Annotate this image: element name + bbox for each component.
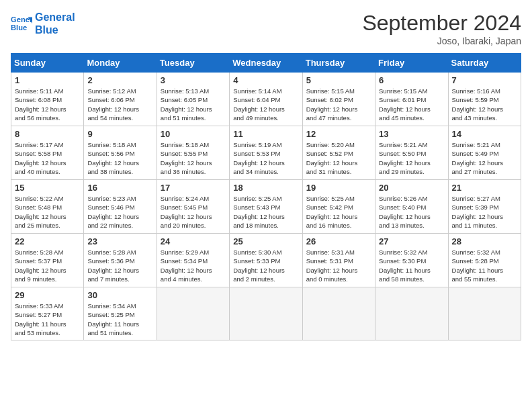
table-row: [302, 287, 375, 340]
col-header-saturday: Saturday: [448, 54, 521, 73]
day-info: Sunrise: 5:26 AMSunset: 5:40 PMDaylight:…: [379, 194, 444, 230]
day-number: 21: [452, 183, 517, 193]
day-info: Sunrise: 5:22 AMSunset: 5:48 PMDaylight:…: [15, 194, 80, 230]
day-info: Sunrise: 5:12 AMSunset: 6:06 PMDaylight:…: [87, 87, 152, 122]
calendar-week-3: 15Sunrise: 5:22 AMSunset: 5:48 PMDayligh…: [11, 180, 521, 234]
day-number: 18: [233, 183, 298, 193]
day-info: Sunrise: 5:30 AMSunset: 5:33 PMDaylight:…: [233, 248, 298, 283]
day-info: Sunrise: 5:21 AMSunset: 5:49 PMDaylight:…: [452, 140, 517, 176]
day-number: 14: [452, 129, 517, 139]
page-header: General Blue General Blue September 2024…: [11, 11, 521, 46]
day-info: Sunrise: 5:18 AMSunset: 5:56 PMDaylight:…: [87, 140, 152, 176]
table-row: 3Sunrise: 5:13 AMSunset: 6:05 PMDaylight…: [157, 73, 229, 126]
table-row: 23Sunrise: 5:28 AMSunset: 5:36 PMDayligh…: [84, 234, 157, 287]
day-info: Sunrise: 5:14 AMSunset: 6:04 PMDaylight:…: [233, 87, 298, 122]
col-header-tuesday: Tuesday: [157, 54, 229, 73]
calendar-week-2: 8Sunrise: 5:17 AMSunset: 5:58 PMDaylight…: [11, 126, 521, 180]
day-number: 1: [15, 75, 80, 85]
table-row: 20Sunrise: 5:26 AMSunset: 5:40 PMDayligh…: [375, 180, 448, 234]
day-number: 15: [15, 183, 80, 193]
day-info: Sunrise: 5:33 AMSunset: 5:27 PMDaylight:…: [15, 302, 80, 337]
logo-icon: General Blue: [11, 13, 32, 34]
calendar-table: SundayMondayTuesdayWednesdayThursdayFrid…: [11, 53, 521, 340]
table-row: [230, 287, 302, 340]
table-row: 27Sunrise: 5:32 AMSunset: 5:30 PMDayligh…: [375, 234, 448, 287]
day-info: Sunrise: 5:17 AMSunset: 5:58 PMDaylight:…: [15, 140, 80, 176]
day-info: Sunrise: 5:25 AMSunset: 5:42 PMDaylight:…: [306, 194, 371, 230]
table-row: 8Sunrise: 5:17 AMSunset: 5:58 PMDaylight…: [11, 126, 84, 180]
day-number: 26: [306, 236, 371, 246]
day-number: 17: [161, 183, 226, 193]
table-row: 29Sunrise: 5:33 AMSunset: 5:27 PMDayligh…: [11, 287, 84, 340]
day-number: 25: [233, 236, 298, 246]
day-info: Sunrise: 5:20 AMSunset: 5:52 PMDaylight:…: [306, 140, 371, 176]
table-row: 22Sunrise: 5:28 AMSunset: 5:37 PMDayligh…: [11, 234, 84, 287]
calendar-week-1: 1Sunrise: 5:11 AMSunset: 6:08 PMDaylight…: [11, 73, 521, 126]
table-row: 12Sunrise: 5:20 AMSunset: 5:52 PMDayligh…: [302, 126, 375, 180]
day-number: 30: [87, 290, 152, 300]
table-row: 5Sunrise: 5:15 AMSunset: 6:02 PMDaylight…: [302, 73, 375, 126]
table-row: 30Sunrise: 5:34 AMSunset: 5:25 PMDayligh…: [84, 287, 157, 340]
table-row: 14Sunrise: 5:21 AMSunset: 5:49 PMDayligh…: [448, 126, 521, 180]
day-number: 23: [87, 236, 152, 246]
col-header-sunday: Sunday: [11, 54, 84, 73]
day-info: Sunrise: 5:23 AMSunset: 5:46 PMDaylight:…: [87, 194, 152, 230]
table-row: 2Sunrise: 5:12 AMSunset: 6:06 PMDaylight…: [84, 73, 157, 126]
col-header-monday: Monday: [84, 54, 157, 73]
table-row: 1Sunrise: 5:11 AMSunset: 6:08 PMDaylight…: [11, 73, 84, 126]
table-row: 24Sunrise: 5:29 AMSunset: 5:34 PMDayligh…: [157, 234, 229, 287]
day-number: 27: [379, 236, 444, 246]
table-row: 4Sunrise: 5:14 AMSunset: 6:04 PMDaylight…: [230, 73, 302, 126]
location: Joso, Ibaraki, Japan: [362, 36, 521, 46]
day-info: Sunrise: 5:29 AMSunset: 5:34 PMDaylight:…: [161, 248, 226, 283]
table-row: 10Sunrise: 5:18 AMSunset: 5:55 PMDayligh…: [157, 126, 229, 180]
col-header-wednesday: Wednesday: [230, 54, 302, 73]
table-row: [375, 287, 448, 340]
table-row: 9Sunrise: 5:18 AMSunset: 5:56 PMDaylight…: [84, 126, 157, 180]
table-row: 26Sunrise: 5:31 AMSunset: 5:31 PMDayligh…: [302, 234, 375, 287]
day-number: 29: [15, 290, 80, 300]
svg-text:Blue: Blue: [11, 24, 27, 32]
day-info: Sunrise: 5:21 AMSunset: 5:50 PMDaylight:…: [379, 140, 444, 176]
table-row: 18Sunrise: 5:25 AMSunset: 5:43 PMDayligh…: [230, 180, 302, 234]
day-info: Sunrise: 5:18 AMSunset: 5:55 PMDaylight:…: [161, 140, 226, 176]
day-number: 6: [379, 75, 444, 85]
day-info: Sunrise: 5:15 AMSunset: 6:01 PMDaylight:…: [379, 87, 444, 122]
day-info: Sunrise: 5:24 AMSunset: 5:45 PMDaylight:…: [161, 194, 226, 230]
col-header-friday: Friday: [375, 54, 448, 73]
day-number: 28: [452, 236, 517, 246]
day-number: 10: [161, 129, 226, 139]
day-number: 5: [306, 75, 371, 85]
table-row: 15Sunrise: 5:22 AMSunset: 5:48 PMDayligh…: [11, 180, 84, 234]
day-info: Sunrise: 5:27 AMSunset: 5:39 PMDaylight:…: [452, 194, 517, 230]
day-info: Sunrise: 5:28 AMSunset: 5:36 PMDaylight:…: [87, 248, 152, 283]
col-header-thursday: Thursday: [302, 54, 375, 73]
table-row: 7Sunrise: 5:16 AMSunset: 5:59 PMDaylight…: [448, 73, 521, 126]
day-number: 24: [161, 236, 226, 246]
day-info: Sunrise: 5:28 AMSunset: 5:37 PMDaylight:…: [15, 248, 80, 283]
table-row: 21Sunrise: 5:27 AMSunset: 5:39 PMDayligh…: [448, 180, 521, 234]
table-row: 6Sunrise: 5:15 AMSunset: 6:01 PMDaylight…: [375, 73, 448, 126]
table-row: 17Sunrise: 5:24 AMSunset: 5:45 PMDayligh…: [157, 180, 229, 234]
day-info: Sunrise: 5:32 AMSunset: 5:28 PMDaylight:…: [452, 248, 517, 283]
day-number: 22: [15, 236, 80, 246]
title-block: September 2024 Joso, Ibaraki, Japan: [362, 11, 521, 46]
day-number: 19: [306, 183, 371, 193]
day-info: Sunrise: 5:25 AMSunset: 5:43 PMDaylight:…: [233, 194, 298, 230]
table-row: 19Sunrise: 5:25 AMSunset: 5:42 PMDayligh…: [302, 180, 375, 234]
logo-line2: Blue: [35, 24, 75, 36]
header-row: SundayMondayTuesdayWednesdayThursdayFrid…: [11, 54, 521, 73]
table-row: [448, 287, 521, 340]
table-row: 16Sunrise: 5:23 AMSunset: 5:46 PMDayligh…: [84, 180, 157, 234]
day-number: 4: [233, 75, 298, 85]
table-row: [157, 287, 229, 340]
svg-text:General: General: [11, 16, 32, 24]
day-info: Sunrise: 5:11 AMSunset: 6:08 PMDaylight:…: [15, 87, 80, 122]
day-info: Sunrise: 5:16 AMSunset: 5:59 PMDaylight:…: [452, 87, 517, 122]
table-row: 25Sunrise: 5:30 AMSunset: 5:33 PMDayligh…: [230, 234, 302, 287]
day-info: Sunrise: 5:32 AMSunset: 5:30 PMDaylight:…: [379, 248, 444, 283]
day-number: 12: [306, 129, 371, 139]
calendar-week-4: 22Sunrise: 5:28 AMSunset: 5:37 PMDayligh…: [11, 234, 521, 287]
day-info: Sunrise: 5:31 AMSunset: 5:31 PMDaylight:…: [306, 248, 371, 283]
table-row: 11Sunrise: 5:19 AMSunset: 5:53 PMDayligh…: [230, 126, 302, 180]
